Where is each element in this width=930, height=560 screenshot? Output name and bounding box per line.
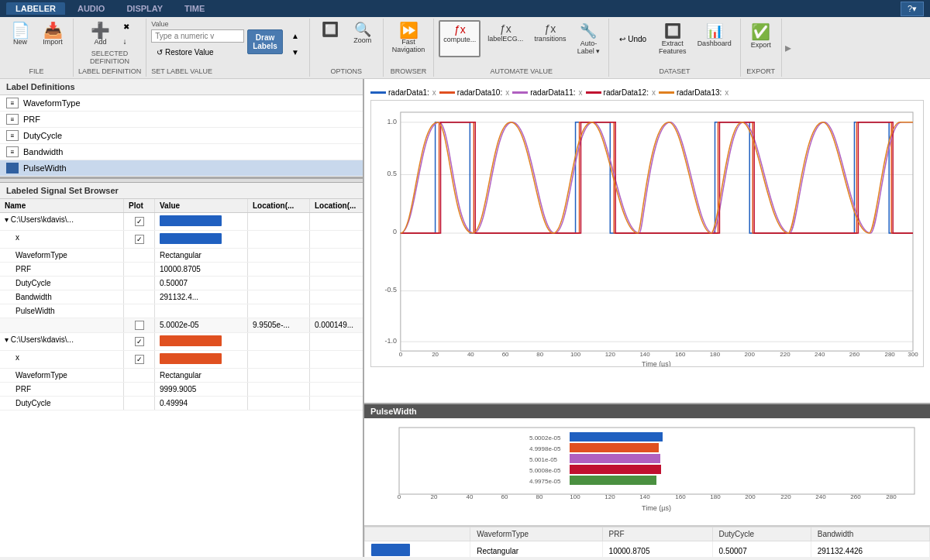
s1x-color-bar [160, 233, 222, 244]
fast-navigation-button[interactable]: ⏩ FastNavigation [388, 20, 429, 56]
toolbar: 📄 New 📥 Import FILE ➕ Add ✖ ↓ SELECTEDDE… [0, 17, 930, 79]
s1x-plot-check[interactable]: ✓ [124, 231, 155, 248]
value-section-title: Value [151, 20, 168, 28]
pulsewidth-label: PulseWidth [23, 163, 67, 173]
s2x-plot-check[interactable]: ✓ [124, 351, 155, 368]
bandwidth-icon: ≡ [6, 146, 19, 157]
undo-button[interactable]: ↩ Undo [614, 20, 652, 57]
s2-value [155, 333, 248, 350]
svg-text:200: 200 [745, 351, 756, 358]
td-color-1 [365, 541, 470, 558]
legend-close-10[interactable]: x [505, 88, 509, 97]
svg-text:80: 80 [536, 351, 543, 358]
extract-features-button[interactable]: 🔲 ExtractFeatures [655, 20, 691, 57]
table-header-row: WaveformType PRF DutyCycle Bandwidth [365, 527, 930, 541]
new-button[interactable]: 📄 New [5, 20, 36, 48]
pulse-chart-svg: 5.0002e-05 4.9998e-05 5.001e-05 5.0008e-… [370, 421, 924, 522]
legend-color-10 [439, 91, 455, 94]
legend-color-13 [659, 91, 674, 94]
waveformtype-label: WaveformType [23, 98, 81, 108]
transitions-button[interactable]: ƒx transitions [530, 20, 570, 57]
restore-value-button[interactable]: ↺ Restore Value [151, 46, 244, 59]
prop-pulsewidth-1: PulseWidth [0, 304, 363, 318]
import-icon: 📥 [43, 22, 63, 38]
auto-label-button[interactable]: 🔧 Auto-Label ▾ [573, 20, 604, 57]
s1-plot-check[interactable]: ✓ [124, 213, 155, 230]
tab-audio[interactable]: AUDIO [68, 2, 114, 15]
legend-close-11[interactable]: x [579, 88, 583, 97]
add-icon: ➕ [91, 22, 110, 38]
signal-row-1-x[interactable]: x ✓ Fs: 1 MHz [0, 231, 363, 249]
bar-3 [570, 454, 660, 463]
svg-text:140: 140 [639, 351, 650, 358]
lr1-loc1: 9.9505e-... [248, 318, 310, 332]
draw-labels-button[interactable]: DrawLabels [247, 29, 283, 54]
svg-text:1.0: 1.0 [387, 118, 396, 125]
label-def-pulsewidth[interactable]: PulseWidth [0, 160, 363, 177]
svg-text:5.001e-05: 5.001e-05 [529, 456, 558, 463]
label-definitions-section: Label Definitions ≡ WaveformType ≡ PRF ≡… [0, 79, 363, 178]
svg-text:-1.0: -1.0 [384, 337, 396, 345]
svg-text:5.0008e-05: 5.0008e-05 [529, 467, 561, 474]
svg-text:60: 60 [502, 351, 509, 358]
lr1-plot-check[interactable] [124, 318, 155, 332]
selected-def-label: SELECTEDDEFINITION [90, 50, 129, 65]
main-chart-legend: radarData1: x radarData10: x radarData11… [370, 85, 924, 100]
remove-bottom-button[interactable]: ↓ [118, 35, 135, 48]
snap-icon: 🔲 [322, 22, 339, 36]
svg-text:-0.5: -0.5 [384, 286, 396, 294]
up-arrow-button[interactable]: ▲ [286, 29, 305, 43]
signal-row-2-header[interactable]: ▾ C:\Users\kdavis\... ✓ [0, 333, 363, 351]
toolbar-group-automate: ƒx compute... ƒx labelECG... ƒx transiti… [434, 19, 609, 77]
label-def-bandwidth[interactable]: ≡ Bandwidth [0, 144, 363, 160]
dashboard-button[interactable]: 📊 Dashboard [694, 20, 735, 57]
help-button[interactable]: ?▾ [901, 2, 924, 16]
p1-value: Rectangular [155, 249, 248, 262]
snap-button[interactable]: 🔲 [315, 20, 346, 46]
toolbar-expand-button[interactable]: ▸ [782, 40, 794, 55]
bar-2 [570, 443, 659, 452]
legend-close-1[interactable]: x [432, 88, 436, 97]
legend-close-12[interactable]: x [652, 88, 656, 97]
s1x-loc2 [310, 231, 363, 248]
label-def-waveformtype[interactable]: ≡ WaveformType [0, 95, 363, 112]
zoom-button[interactable]: 🔍 Zoom [347, 20, 378, 46]
legend-radardata10: radarData10: x [439, 88, 509, 97]
label-def-dutycycle[interactable]: ≡ DutyCycle [0, 128, 363, 144]
labelecg-button[interactable]: ƒx labelECG... [484, 20, 527, 57]
right-panel: radarData1: x radarData10: x radarData11… [364, 79, 930, 557]
tab-time[interactable]: TIME [175, 2, 214, 15]
signal-row-2-x[interactable]: x ✓ Fs: 1 MHz [0, 351, 363, 369]
value-input[interactable] [151, 29, 244, 43]
toolbar-group-file: 📄 New 📥 Import FILE [0, 19, 74, 77]
legend-radardata11: radarData11: x [512, 88, 582, 97]
svg-text:260: 260 [849, 351, 860, 358]
export-button[interactable]: ✅ Export [746, 20, 777, 51]
s2-plot-check[interactable]: ✓ [124, 333, 155, 350]
p5-name: PulseWidth [0, 304, 124, 318]
signal-row-1-header[interactable]: ▾ C:\Users\kdavis\... ✓ [0, 213, 363, 231]
tab-labeler[interactable]: LABELER [6, 2, 65, 15]
toolbar-group-set-value: Value ↺ Restore Value DrawLabels ▲ ▼ SET… [146, 19, 310, 77]
td-bw-1: 291132.4426 [811, 541, 929, 558]
p5-value [155, 304, 248, 318]
dataset-group-label: DATASET [659, 66, 690, 75]
s1-value [155, 213, 248, 230]
bar-5 [570, 476, 656, 485]
tab-display[interactable]: DISPLAY [117, 2, 172, 15]
svg-text:0: 0 [393, 228, 397, 235]
down-arrow-button[interactable]: ▼ [286, 46, 305, 59]
svg-text:40: 40 [467, 351, 474, 358]
add-button[interactable]: ➕ Add [85, 20, 116, 48]
legend-radardata1: radarData1: x [370, 88, 436, 97]
remove-top-button[interactable]: ✖ [118, 20, 135, 33]
label-row-1[interactable]: 5.0002e-05 9.9505e-... 0.000149... [0, 318, 363, 333]
export-group-label: EXPORT [746, 66, 775, 75]
label-definitions-title: Label Definitions [0, 79, 363, 95]
label-def-prf[interactable]: ≡ PRF [0, 112, 363, 128]
import-button[interactable]: 📥 Import [37, 20, 68, 48]
legend-close-13[interactable]: x [725, 88, 728, 97]
dutycycle-label: DutyCycle [23, 131, 62, 140]
svg-text:4.9975e-05: 4.9975e-05 [529, 478, 561, 485]
compute-button[interactable]: ƒx compute... [439, 20, 480, 57]
